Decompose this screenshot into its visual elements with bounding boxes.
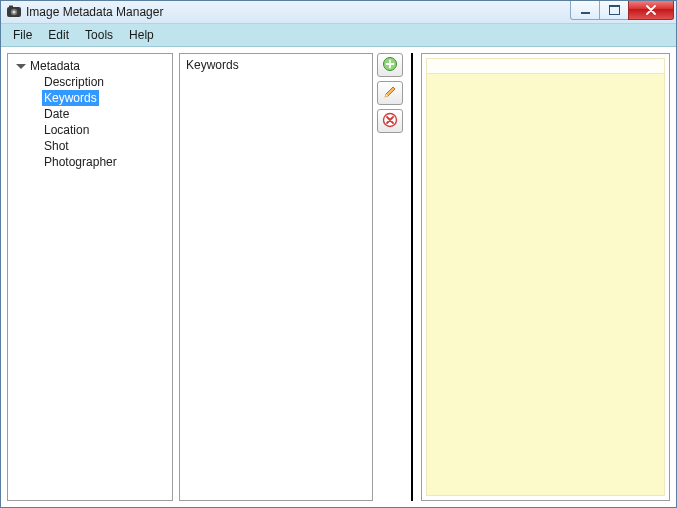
menu-help[interactable]: Help — [121, 26, 162, 44]
add-button[interactable] — [377, 53, 403, 77]
tree-item-label: Photographer — [44, 155, 117, 169]
maximize-button[interactable] — [599, 1, 629, 20]
metadata-tree-panel: Metadata DescriptionKeywordsDateLocation… — [7, 53, 173, 501]
tree-item-date[interactable]: Date — [42, 106, 71, 122]
tree-item-label: Keywords — [44, 91, 97, 105]
keywords-panel: Keywords — [179, 53, 373, 501]
edit-icon — [382, 84, 398, 103]
vertical-separator[interactable] — [411, 53, 413, 501]
close-button[interactable] — [628, 1, 674, 20]
chevron-down-icon — [16, 64, 26, 69]
tree-root-label: Metadata — [30, 59, 80, 73]
keyword-buttons — [377, 53, 403, 501]
menu-file[interactable]: File — [5, 26, 40, 44]
preview-body — [426, 74, 665, 496]
svg-rect-3 — [9, 6, 13, 9]
tree-item-description[interactable]: Description — [42, 74, 106, 90]
tree-item-photographer[interactable]: Photographer — [42, 154, 119, 170]
tree-item-label: Description — [44, 75, 104, 89]
preview-header — [426, 58, 665, 74]
tree-item-location[interactable]: Location — [42, 122, 91, 138]
window-title: Image Metadata Manager — [26, 5, 571, 19]
delete-button[interactable] — [377, 109, 403, 133]
menu-edit[interactable]: Edit — [40, 26, 77, 44]
keywords-heading: Keywords — [186, 58, 366, 72]
menu-tools[interactable]: Tools — [77, 26, 121, 44]
minimize-icon — [581, 12, 590, 14]
menu-bar: File Edit Tools Help — [1, 24, 676, 47]
delete-icon — [382, 112, 398, 131]
add-icon — [382, 56, 398, 75]
window-controls — [571, 1, 674, 23]
close-icon — [645, 5, 657, 15]
client-area: Metadata DescriptionKeywordsDateLocation… — [1, 47, 676, 507]
tree-item-label: Shot — [44, 139, 69, 153]
edit-button[interactable] — [377, 81, 403, 105]
svg-point-2 — [12, 10, 15, 13]
title-bar: Image Metadata Manager — [1, 1, 676, 24]
tree-item-shot[interactable]: Shot — [42, 138, 71, 154]
metadata-tree: Metadata DescriptionKeywordsDateLocation… — [10, 58, 170, 170]
tree-item-label: Location — [44, 123, 89, 137]
maximize-icon — [609, 5, 620, 15]
tree-children: DescriptionKeywordsDateLocationShotPhoto… — [16, 74, 170, 170]
middle-area: Keywords — [179, 53, 403, 501]
preview-panel — [421, 53, 670, 501]
app-icon — [6, 4, 22, 20]
app-window: Image Metadata Manager File Edit Tools H… — [0, 0, 677, 508]
tree-item-label: Date — [44, 107, 69, 121]
tree-item-keywords[interactable]: Keywords — [42, 90, 99, 106]
tree-root-node[interactable]: Metadata — [16, 58, 170, 74]
minimize-button[interactable] — [570, 1, 600, 20]
